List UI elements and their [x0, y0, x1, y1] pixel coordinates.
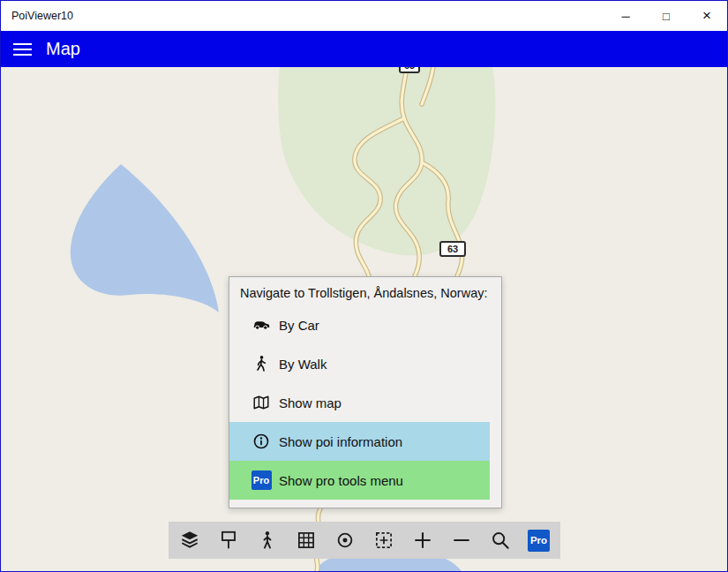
layers-icon: [178, 529, 201, 552]
menu-item-label: By Walk: [279, 357, 326, 372]
menu-item-label: By Car: [279, 318, 319, 333]
minimize-icon: ─: [621, 10, 629, 23]
maximize-button[interactable]: □: [646, 1, 687, 31]
target-button[interactable]: [326, 522, 364, 559]
maximize-icon: □: [663, 10, 670, 23]
grid-select-icon: [372, 529, 395, 552]
map-icon: [251, 393, 272, 412]
window-title: PoiViewer10: [11, 10, 73, 22]
minimize-button[interactable]: ─: [605, 1, 646, 31]
menu-item-by-walk[interactable]: By Walk: [229, 344, 490, 383]
window-controls: ─ □ ×: [605, 1, 727, 31]
titlebar: PoiViewer10 ─ □ ×: [1, 1, 727, 31]
menu-item-show-pro-tools[interactable]: Pro Show pro tools menu: [229, 461, 490, 500]
menu-item-show-poi-information[interactable]: Show poi information: [229, 422, 490, 461]
map-toolbar: Pro: [169, 522, 560, 559]
zoom-in-button[interactable]: [403, 522, 442, 559]
signpost-icon: [217, 529, 240, 552]
pro-tools-button[interactable]: Pro: [520, 522, 559, 559]
page-title: Map: [46, 39, 80, 59]
menu-item-label: Show map: [279, 395, 341, 410]
map-canvas[interactable]: 63 63 Navigate to Trollstigen, Åndalsnes…: [1, 67, 727, 571]
search-icon: [489, 529, 512, 552]
app-window: PoiViewer10 ─ □ × Map: [0, 0, 728, 572]
walk-icon: [251, 354, 272, 373]
menu-item-by-car[interactable]: By Car: [229, 305, 490, 344]
menu-item-label: Show poi information: [279, 434, 402, 449]
route-sign-63: 63: [439, 241, 466, 257]
grid-select-button[interactable]: [364, 522, 403, 559]
info-icon: [251, 432, 272, 451]
route-sign-top-clipped: 63: [399, 67, 420, 73]
hamburger-icon: [13, 43, 32, 45]
pro-icon: Pro: [528, 530, 550, 552]
building-grid-button[interactable]: [287, 522, 326, 559]
signpost-button[interactable]: [209, 522, 248, 559]
zoom-out-button[interactable]: [442, 522, 481, 559]
navigate-context-menu: Navigate to Trollstigen, Åndalsnes, Norw…: [229, 276, 502, 508]
navigate-menu-title: Navigate to Trollstigen, Åndalsnes, Norw…: [229, 277, 501, 305]
car-icon: [251, 315, 272, 335]
hamburger-menu-button[interactable]: [1, 31, 43, 67]
search-button[interactable]: [481, 522, 520, 559]
menu-item-label: Show pro tools menu: [279, 473, 403, 488]
zoom-out-icon: [450, 529, 473, 552]
person-button[interactable]: [248, 522, 287, 559]
close-icon: ×: [702, 7, 711, 25]
person-icon: [256, 529, 279, 552]
pro-badge-icon: Pro: [251, 470, 272, 490]
zoom-in-icon: [411, 529, 434, 552]
target-icon: [334, 529, 356, 552]
appbar: Map: [1, 31, 727, 67]
layers-button[interactable]: [170, 522, 209, 559]
menu-item-show-map[interactable]: Show map: [229, 383, 490, 422]
close-button[interactable]: ×: [687, 1, 727, 31]
building-grid-icon: [295, 529, 318, 552]
